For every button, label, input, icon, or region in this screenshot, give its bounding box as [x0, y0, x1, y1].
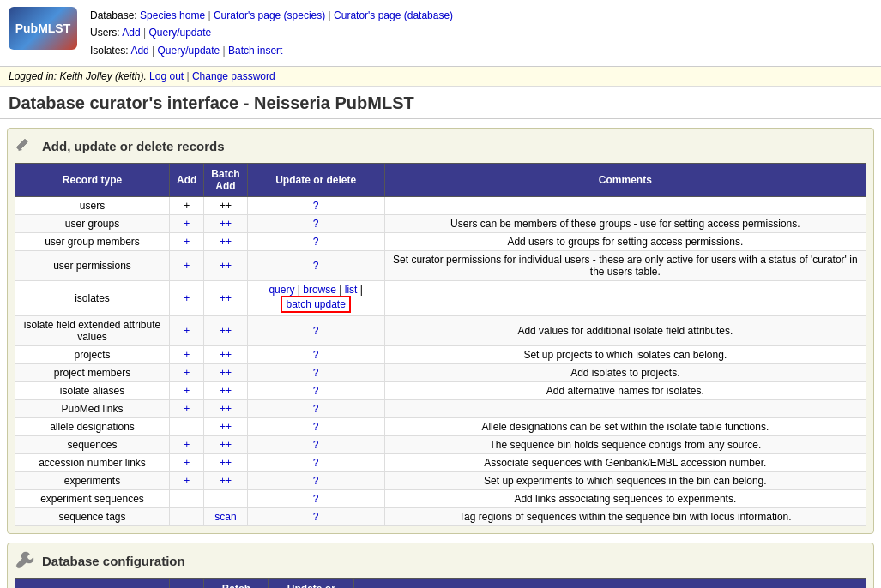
add-user-permissions[interactable]: +	[184, 260, 190, 272]
section-records-header: Add, update or delete records	[15, 135, 866, 156]
isolates-query-link[interactable]: Query/update	[158, 45, 220, 57]
table-row: isolates + ++ query | browse | list | ba…	[15, 281, 866, 316]
update-sequences[interactable]: ?	[313, 439, 319, 451]
isolates-label: Isolates:	[90, 45, 129, 57]
update-sequence-tags[interactable]: ?	[313, 511, 319, 523]
users-query-link[interactable]: Query/update	[149, 27, 212, 39]
section-config: Database configuration Table Add Batch A…	[7, 543, 874, 588]
update-accession[interactable]: ?	[313, 457, 319, 469]
col2-update: Update or delete	[269, 579, 354, 588]
browse-isolates-link[interactable]: browse	[303, 284, 336, 296]
table-row: sequences + ++ ? The sequence bin holds …	[15, 436, 866, 454]
add-user-groups[interactable]: +	[184, 218, 190, 230]
col-record-type: Record type	[15, 164, 170, 197]
update-project-members[interactable]: ?	[313, 367, 319, 379]
batch-project-members[interactable]: ++	[220, 367, 232, 379]
batch-isolate-field-ext[interactable]: ++	[220, 325, 232, 337]
list-isolates-link[interactable]: list	[345, 284, 358, 296]
batch-allele-designations[interactable]: ++	[220, 421, 232, 433]
update-users[interactable]: ?	[313, 200, 319, 212]
col-comments: Comments	[384, 164, 866, 197]
batch-isolate-aliases[interactable]: ++	[220, 385, 232, 397]
table-row: user group members + ++ ? Add users to g…	[15, 233, 866, 251]
header-links: Database: Species home | Curator's page …	[90, 7, 453, 59]
logo-box: PubMLST	[9, 7, 77, 50]
query-isolates-link[interactable]: query	[269, 284, 294, 296]
add-project-members[interactable]: +	[184, 367, 190, 379]
update-isolate-field-ext[interactable]: ?	[313, 325, 319, 337]
add-users[interactable]: +	[184, 200, 190, 212]
col-add: Add	[170, 164, 204, 197]
logout-link[interactable]: Log out	[149, 70, 184, 82]
users-label: Users:	[90, 27, 120, 39]
table-row: experiments + ++ ? Set up experiments to…	[15, 472, 866, 490]
update-projects[interactable]: ?	[313, 349, 319, 361]
batch-projects[interactable]: ++	[220, 349, 232, 361]
update-experiments[interactable]: ?	[313, 475, 319, 487]
batch-sequences[interactable]: ++	[220, 439, 232, 451]
add-projects[interactable]: +	[184, 349, 190, 361]
records-table: Record type Add Batch Add Update or dele…	[15, 163, 866, 526]
scan-sequence-tags[interactable]: scan	[214, 511, 236, 523]
add-isolates[interactable]: +	[184, 292, 190, 304]
login-bar: Logged in: Keith Jolley (keith). Log out…	[0, 67, 881, 87]
update-isolate-aliases[interactable]: ?	[313, 385, 319, 397]
table-row: isolate aliases + ++ ? Add alternative n…	[15, 382, 866, 400]
table-row: projects + ++ ? Set up projects to which…	[15, 346, 866, 364]
logo-text: PubMLST	[15, 21, 71, 35]
change-password-link[interactable]: Change password	[192, 70, 275, 82]
add-user-group-members[interactable]: +	[184, 236, 190, 248]
batch-users[interactable]: ++	[220, 200, 232, 212]
update-pubmed[interactable]: ?	[313, 403, 319, 415]
record-type-users: users	[15, 197, 170, 215]
batch-user-group-members[interactable]: ++	[220, 236, 232, 248]
batch-accession[interactable]: ++	[220, 457, 232, 469]
add-pubmed[interactable]: +	[184, 403, 190, 415]
database-line: Database: Species home | Curator's page …	[90, 7, 453, 24]
batch-update-isolates-link[interactable]: batch update	[286, 298, 345, 310]
table-row: user permissions + ++ ? Set curator perm…	[15, 251, 866, 281]
curator-species-link[interactable]: Curator's page (species)	[214, 9, 325, 21]
table-row: accession number links + ++ ? Associate …	[15, 454, 866, 472]
col2-table: Table	[15, 579, 170, 588]
batch-user-permissions[interactable]: ++	[220, 260, 232, 272]
update-experiment-sequences[interactable]: ?	[313, 493, 319, 505]
col-batch-add: Batch Add	[204, 164, 247, 197]
isolates-line: Isolates: Add | Query/update | Batch ins…	[90, 42, 453, 59]
batch-user-groups[interactable]: ++	[220, 218, 232, 230]
add-accession[interactable]: +	[184, 457, 190, 469]
batch-pubmed[interactable]: ++	[220, 403, 232, 415]
update-user-group-members[interactable]: ?	[313, 236, 319, 248]
species-home-link[interactable]: Species home	[140, 9, 205, 21]
section-config-header: Database configuration	[15, 550, 866, 571]
isolates-add-link[interactable]: Add	[130, 45, 148, 57]
update-user-permissions[interactable]: ?	[313, 260, 319, 272]
add-isolate-field-ext[interactable]: +	[184, 325, 190, 337]
col2-comments: Comments	[354, 579, 866, 588]
col-update-delete: Update or delete	[247, 164, 384, 197]
add-experiments[interactable]: +	[184, 475, 190, 487]
batch-isolates[interactable]: ++	[220, 292, 232, 304]
database-label: Database:	[90, 9, 137, 21]
table-row: project members + ++ ? Add isolates to p…	[15, 364, 866, 382]
update-user-groups[interactable]: ?	[313, 218, 319, 230]
batch-experiments[interactable]: ++	[220, 475, 232, 487]
col2-batch-add: Batch Add	[204, 579, 269, 588]
page-title: Database curator's interface - Neisseria…	[0, 87, 881, 119]
section1-title: Add, update or delete records	[42, 139, 225, 153]
svg-rect-0	[16, 139, 27, 150]
users-add-link[interactable]: Add	[122, 27, 140, 39]
table-row: isolate field extended attributevalues +…	[15, 316, 866, 346]
isolates-batch-link[interactable]: Batch insert	[228, 45, 282, 57]
table-row: allele designations ++ ? Allele designat…	[15, 418, 866, 436]
table-row: user groups + ++ ? Users can be members …	[15, 215, 866, 233]
config-table: Table Add Batch Add Update or delete Com…	[15, 578, 866, 588]
curator-database-link[interactable]: Curator's page (database)	[334, 9, 453, 21]
login-text: Logged in: Keith Jolley (keith).	[9, 70, 147, 82]
table-row: users + ++ ?	[15, 197, 866, 215]
table-row: sequence tags scan ? Tag regions of sequ…	[15, 508, 866, 526]
add-isolate-aliases[interactable]: +	[184, 385, 190, 397]
update-allele-designations[interactable]: ?	[313, 421, 319, 433]
add-sequences[interactable]: +	[184, 439, 190, 451]
table-row: PubMed links + ++ ?	[15, 400, 866, 418]
